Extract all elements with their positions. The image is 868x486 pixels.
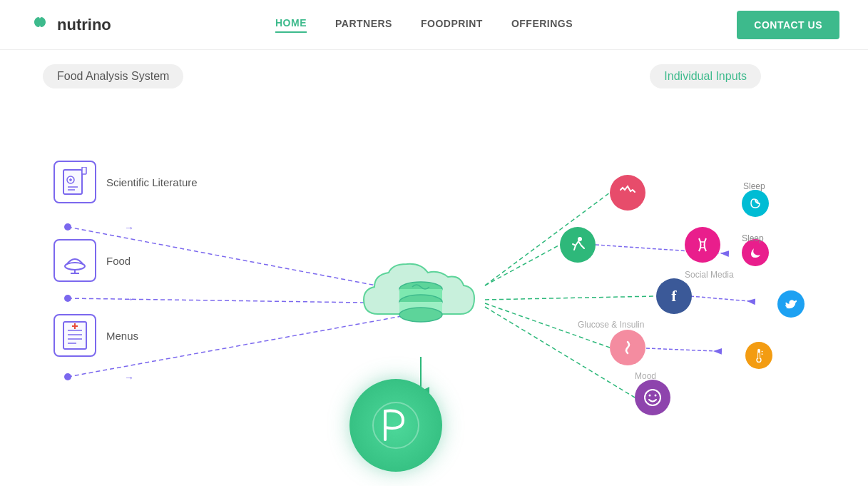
- input-food: Food: [53, 239, 131, 282]
- dot-scientific: [64, 223, 71, 231]
- logo-icon: [29, 11, 51, 39]
- svg-rect-1: [82, 167, 86, 174]
- cloud-database: [349, 236, 492, 350]
- activity-circle: [610, 175, 645, 211]
- dot-menus: [64, 373, 71, 380]
- svg-point-34: [373, 403, 419, 448]
- contact-button[interactable]: CONTACT US: [737, 11, 839, 39]
- genetics-circle: [685, 227, 720, 263]
- main-diagram: Food Analysis System Individual Inputs S…: [0, 50, 868, 486]
- input-scientific: Scientific Literature: [53, 161, 198, 203]
- arrow-scientific: →: [124, 222, 134, 233]
- facebook-circle: f: [656, 278, 692, 314]
- scientific-icon: [53, 161, 96, 203]
- food-analysis-label: Food Analysis System: [43, 64, 183, 88]
- arrow-menus: →: [124, 372, 134, 383]
- dot-food: [64, 295, 71, 302]
- sleep-label-2: Sleep: [742, 233, 764, 243]
- svg-point-38: [645, 390, 660, 405]
- nav-links: HOME PARTNERS FOODPRINT OFFERINGS: [275, 17, 573, 33]
- input-menus: Menus: [53, 314, 138, 357]
- food-label: Food: [106, 255, 131, 267]
- menus-label: Menus: [106, 330, 138, 342]
- sleep-tracker-icon: [742, 190, 769, 217]
- food-icon: [53, 239, 96, 282]
- output-circle: [349, 379, 442, 472]
- facebook-icon: f: [671, 287, 676, 305]
- svg-line-22: [485, 296, 655, 300]
- svg-line-26: [690, 296, 749, 301]
- individual-inputs-label: Individual Inputs: [650, 64, 761, 88]
- mood-label: Mood: [635, 371, 656, 381]
- svg-rect-0: [63, 170, 82, 194]
- svg-rect-43: [758, 353, 760, 358]
- svg-point-40: [655, 395, 657, 397]
- glucose-label: Glucose & Insulin: [578, 320, 644, 330]
- menus-icon: [53, 314, 96, 357]
- nav-home[interactable]: HOME: [275, 17, 307, 33]
- svg-point-39: [649, 395, 651, 397]
- social-media-label: Social Media: [685, 270, 734, 280]
- svg-point-7: [65, 263, 85, 270]
- svg-point-33: [399, 308, 442, 322]
- nav-foodprint[interactable]: FOODPRINT: [421, 18, 483, 32]
- navbar: nutrino HOME PARTNERS FOODPRINT OFFERING…: [0, 0, 868, 50]
- glucose-circle: [610, 330, 645, 365]
- nav-partners[interactable]: PARTNERS: [335, 18, 392, 32]
- svg-line-21: [485, 245, 560, 285]
- twitter-icon: [777, 290, 805, 318]
- scientific-label: Scientific Literature: [106, 176, 198, 188]
- exercise-circle: [560, 227, 596, 263]
- svg-point-44: [757, 358, 761, 362]
- logo-text: nutrino: [57, 16, 111, 34]
- arrow-food: →: [124, 293, 134, 305]
- temperature-icon: [745, 342, 772, 369]
- nav-offerings[interactable]: OFFERINGS: [511, 18, 573, 32]
- sleep-label: Sleep: [743, 181, 765, 191]
- logo: nutrino: [29, 11, 111, 39]
- mood-circle: [635, 380, 670, 415]
